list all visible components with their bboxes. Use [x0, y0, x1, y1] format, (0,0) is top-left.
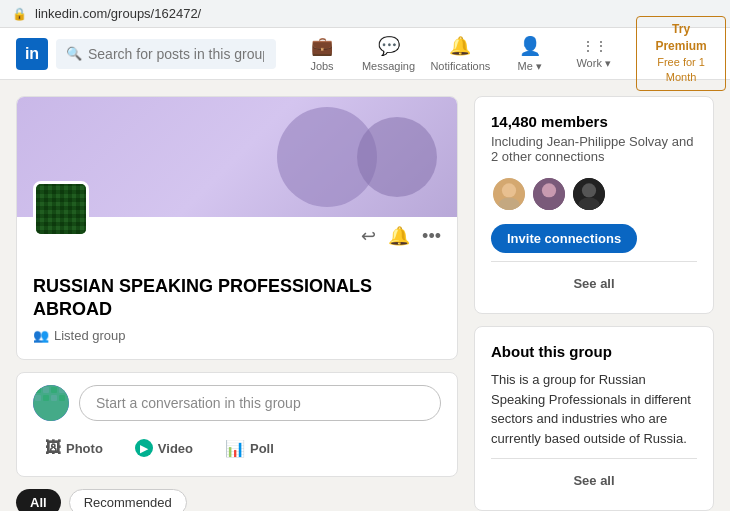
banner-circle-small	[357, 117, 437, 197]
lock-icon: 🔒	[12, 7, 27, 21]
me-label: Me ▾	[518, 60, 542, 73]
premium-label-1: Try Premium	[647, 21, 716, 55]
search-wrapper: 🔍	[56, 39, 276, 69]
avatar	[33, 385, 69, 421]
about-see-all[interactable]: See all	[491, 467, 697, 494]
group-type-icon: 👥	[33, 328, 49, 343]
bell-icon: 🔔	[388, 225, 410, 247]
svg-rect-2	[43, 387, 49, 393]
svg-point-17	[578, 198, 599, 212]
nav-item-jobs[interactable]: 💼 Jobs	[292, 35, 352, 72]
premium-label-2: Free for 1 Month	[647, 55, 716, 86]
about-divider	[491, 458, 697, 459]
nav-item-notifications[interactable]: 🔔 Notifications	[425, 35, 496, 72]
group-logo	[33, 181, 89, 237]
share-icon: ↩	[361, 225, 376, 247]
nav-items: 💼 Jobs 💬 Messaging 🔔 Notifications 👤 Me …	[292, 16, 726, 90]
try-premium-button[interactable]: Try Premium Free for 1 Month	[636, 16, 727, 90]
about-text: This is a group for Russian Speaking Pro…	[491, 370, 697, 448]
post-input[interactable]: Start a conversation in this group	[79, 385, 441, 421]
post-input-row: Start a conversation in this group	[33, 385, 441, 421]
work-label: Work ▾	[576, 57, 611, 70]
photo-label: Photo	[66, 441, 103, 456]
recommended-tab[interactable]: Recommended	[69, 489, 187, 511]
svg-point-14	[538, 198, 559, 212]
jobs-label: Jobs	[310, 60, 333, 72]
members-see-all[interactable]: See all	[491, 270, 697, 297]
svg-rect-6	[43, 395, 49, 401]
member-avatar-2	[531, 176, 567, 212]
group-type-label: Listed group	[54, 328, 126, 343]
all-tab[interactable]: All	[16, 489, 61, 511]
invite-connections-button[interactable]: Invite connections	[491, 224, 637, 253]
member-avatar-3	[571, 176, 607, 212]
video-label: Video	[158, 441, 193, 456]
search-icon: 🔍	[66, 46, 82, 61]
svg-point-11	[498, 198, 519, 212]
nav-item-work[interactable]: ⋮⋮ Work ▾	[564, 38, 624, 70]
notifications-icon: 🔔	[449, 35, 471, 57]
search-input[interactable]	[56, 39, 276, 69]
right-panel: 14,480 members Including Jean-Philippe S…	[474, 96, 714, 511]
svg-rect-7	[51, 395, 57, 401]
messaging-icon: 💬	[378, 35, 400, 57]
photo-icon: 🖼	[45, 439, 61, 457]
more-icon: •••	[422, 226, 441, 247]
url-text: linkedin.com/groups/162472/	[35, 6, 201, 21]
linkedin-logo[interactable]: in	[16, 38, 48, 70]
group-info: RUSSIAN SPEAKING PROFESSIONALS ABROAD 👥 …	[17, 247, 457, 359]
filter-tabs: All Recommended	[16, 489, 458, 511]
messaging-label: Messaging	[362, 60, 415, 72]
member-avatars	[491, 176, 697, 212]
nav-item-messaging[interactable]: 💬 Messaging	[356, 35, 421, 72]
more-button[interactable]: •••	[422, 226, 441, 247]
member-avatar-1	[491, 176, 527, 212]
svg-rect-5	[35, 395, 41, 401]
share-button[interactable]: ↩	[361, 225, 376, 247]
me-icon: 👤	[519, 35, 541, 57]
svg-rect-1	[35, 387, 41, 393]
video-icon: ▶	[135, 439, 153, 457]
poll-icon: 📊	[225, 439, 245, 458]
svg-point-10	[502, 183, 516, 197]
about-title: About this group	[491, 343, 697, 360]
navigation: in 🔍 💼 Jobs 💬 Messaging 🔔 Notifications …	[0, 28, 730, 80]
svg-point-16	[582, 183, 596, 197]
svg-rect-3	[51, 387, 57, 393]
members-count: 14,480 members	[491, 113, 697, 130]
group-title: RUSSIAN SPEAKING PROFESSIONALS ABROAD	[33, 275, 441, 322]
work-icon: ⋮⋮	[581, 38, 607, 54]
video-button[interactable]: ▶ Video	[123, 433, 205, 464]
bell-button[interactable]: 🔔	[388, 225, 410, 247]
svg-point-13	[542, 183, 556, 197]
poll-button[interactable]: 📊 Poll	[213, 433, 286, 464]
group-card: ↩ 🔔 ••• RUSSIAN SPEAKING PROFESSIONALS A…	[16, 96, 458, 360]
members-card: 14,480 members Including Jean-Philippe S…	[474, 96, 714, 314]
photo-button[interactable]: 🖼 Photo	[33, 433, 115, 464]
main-content: ↩ 🔔 ••• RUSSIAN SPEAKING PROFESSIONALS A…	[0, 80, 730, 511]
svg-rect-8	[59, 395, 65, 401]
divider	[491, 261, 697, 262]
post-actions-row: 🖼 Photo ▶ Video 📊 Poll	[33, 433, 441, 464]
jobs-icon: 💼	[311, 35, 333, 57]
members-sub: Including Jean-Philippe Solvay and 2 oth…	[491, 134, 697, 164]
svg-rect-4	[59, 387, 65, 393]
post-box: Start a conversation in this group 🖼 Pho…	[16, 372, 458, 477]
group-logo-image	[36, 184, 86, 234]
poll-label: Poll	[250, 441, 274, 456]
group-banner	[17, 97, 457, 217]
notifications-label: Notifications	[430, 60, 490, 72]
about-card: About this group This is a group for Rus…	[474, 326, 714, 511]
group-type: 👥 Listed group	[33, 328, 441, 343]
nav-item-me[interactable]: 👤 Me ▾	[500, 35, 560, 73]
left-panel: ↩ 🔔 ••• RUSSIAN SPEAKING PROFESSIONALS A…	[16, 96, 458, 511]
